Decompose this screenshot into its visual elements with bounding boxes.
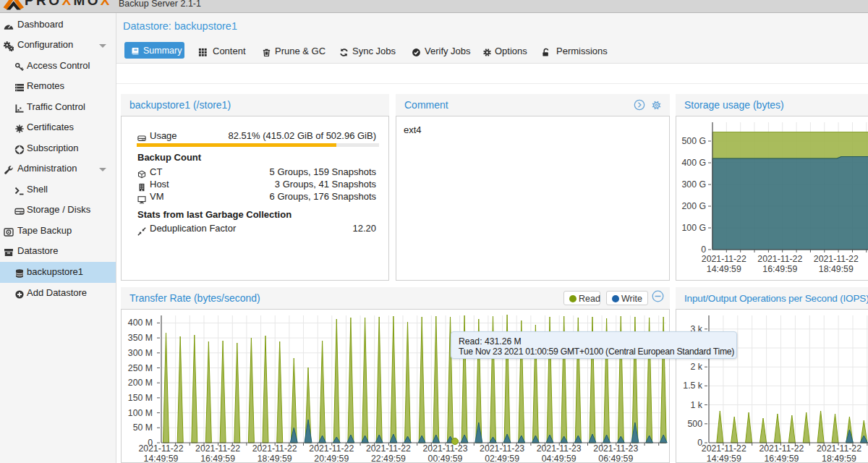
svg-text:500 G: 500 G <box>682 136 707 146</box>
svg-text:14:49:59: 14:49:59 <box>707 264 741 274</box>
svg-text:2021-11-22: 2021-11-22 <box>309 443 354 454</box>
svg-text:18:49:59: 18:49:59 <box>258 454 292 462</box>
svg-text:06:49:59: 06:49:59 <box>598 454 633 462</box>
svg-text:18:49:59: 18:49:59 <box>822 454 856 462</box>
svg-text:350 M: 350 M <box>128 333 153 343</box>
svg-text:04:49:59: 04:49:59 <box>542 454 576 462</box>
svg-text:0: 0 <box>701 245 706 255</box>
svg-text:2021-11-23: 2021-11-23 <box>593 443 638 454</box>
svg-text:2021-11-22: 2021-11-22 <box>757 254 802 264</box>
svg-text:2021-11-23: 2021-11-23 <box>537 443 582 454</box>
svg-text:1.5 k: 1.5 k <box>683 381 703 391</box>
svg-text:20:49:59: 20:49:59 <box>314 454 349 462</box>
svg-text:16:49:59: 16:49:59 <box>762 264 797 274</box>
svg-text:16:49:59: 16:49:59 <box>764 454 799 462</box>
svg-text:14:49:59: 14:49:59 <box>707 454 741 462</box>
svg-text:2021-11-22: 2021-11-22 <box>366 443 411 454</box>
svg-text:300 G: 300 G <box>682 179 707 190</box>
svg-text:2021-11-22: 2021-11-22 <box>139 443 184 454</box>
svg-text:14:49:59: 14:49:59 <box>144 454 179 462</box>
svg-text:2021-11-22: 2021-11-22 <box>814 254 859 264</box>
svg-text:200 M: 200 M <box>128 378 153 388</box>
svg-text:100 G: 100 G <box>682 223 707 233</box>
svg-text:02:49:59: 02:49:59 <box>485 454 519 462</box>
svg-text:2 k: 2 k <box>691 362 703 372</box>
svg-text:2021-11-22: 2021-11-22 <box>702 443 746 454</box>
svg-text:2021-11-22: 2021-11-22 <box>702 254 746 264</box>
svg-text:16:49:59: 16:49:59 <box>200 454 235 462</box>
svg-text:500: 500 <box>687 419 702 429</box>
svg-text:2021-11-23: 2021-11-23 <box>480 443 524 454</box>
svg-text:18:49:59: 18:49:59 <box>819 264 854 274</box>
svg-text:200 G: 200 G <box>682 201 707 211</box>
svg-text:2021-11-22: 2021-11-22 <box>195 443 240 454</box>
svg-text:100 M: 100 M <box>128 408 153 418</box>
svg-text:400 M: 400 M <box>128 318 153 328</box>
svg-text:2021-11-22: 2021-11-22 <box>252 443 297 454</box>
svg-text:300 M: 300 M <box>128 348 153 358</box>
svg-text:00:49:59: 00:49:59 <box>428 454 463 462</box>
svg-text:150 M: 150 M <box>128 393 153 403</box>
svg-text:22:49:59: 22:49:59 <box>371 454 406 462</box>
svg-text:1 k: 1 k <box>691 400 703 410</box>
svg-text:2021-11-23: 2021-11-23 <box>423 443 468 454</box>
svg-text:50 M: 50 M <box>133 422 153 433</box>
svg-text:250 M: 250 M <box>128 363 153 373</box>
svg-text:400 G: 400 G <box>682 158 707 168</box>
svg-text:2021-11-22: 2021-11-22 <box>817 443 861 454</box>
svg-text:2021-11-22: 2021-11-22 <box>759 443 804 454</box>
